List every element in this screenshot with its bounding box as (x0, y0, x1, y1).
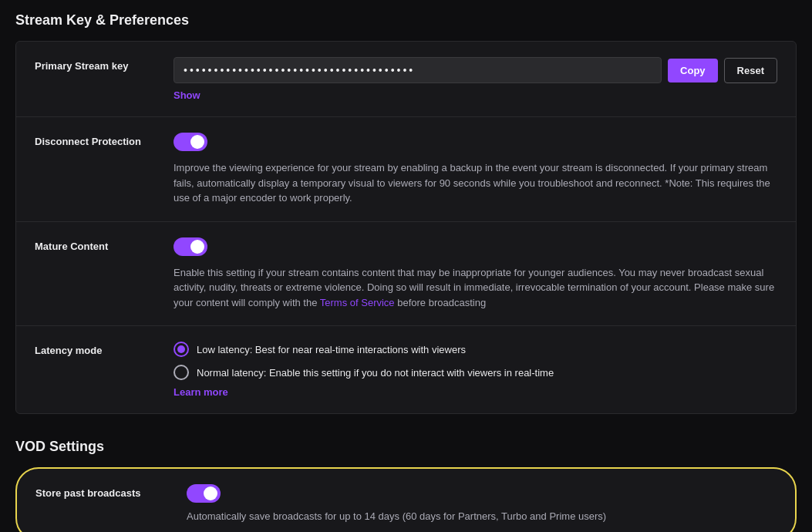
stream-key-row: Primary Stream key Copy Reset Show (16, 42, 796, 117)
terms-of-service-link[interactable]: Terms of Service (320, 297, 395, 308)
toggle-thumb (190, 135, 204, 149)
disconnect-protection-content: Improve the viewing experience for your … (174, 133, 777, 206)
latency-mode-content: Low latency: Best for near real-time int… (174, 342, 777, 398)
stream-key-input-row: Copy Reset (174, 57, 777, 83)
stream-key-input[interactable] (174, 57, 662, 83)
show-link[interactable]: Show (174, 89, 200, 101)
store-past-broadcasts-toggle-row (187, 484, 777, 503)
low-latency-option[interactable]: Low latency: Best for near real-time int… (174, 342, 777, 357)
stream-key-preferences-card: Primary Stream key Copy Reset Show Disco… (15, 41, 797, 414)
mature-content-toggle[interactable] (174, 237, 207, 256)
latency-mode-row: Latency mode Low latency: Best for near … (16, 326, 796, 413)
mature-content-row: Mature Content Enable this setting if yo… (16, 222, 796, 327)
low-latency-radio[interactable] (174, 342, 189, 357)
mature-content-label: Mature Content (35, 237, 174, 252)
mature-content-description: Enable this setting if your stream conta… (174, 265, 777, 311)
reset-button[interactable]: Reset (724, 58, 777, 83)
page-title: Stream Key & Preferences (15, 12, 797, 29)
latency-radio-group: Low latency: Best for near real-time int… (174, 342, 777, 380)
mature-content-description-after: before broadcasting (395, 297, 487, 308)
normal-latency-radio[interactable] (174, 365, 189, 380)
mature-content-content: Enable this setting if your stream conta… (174, 237, 777, 311)
disconnect-protection-description: Improve the viewing experience for your … (174, 160, 777, 206)
latency-mode-label: Latency mode (35, 342, 174, 356)
store-past-broadcasts-label: Store past broadcasts (35, 484, 174, 499)
disconnect-protection-row: Disconnect Protection Improve the viewin… (16, 117, 796, 222)
disconnect-protection-label: Disconnect Protection (35, 133, 174, 147)
vod-settings-title: VOD Settings (15, 439, 797, 455)
store-past-broadcasts-row: Store past broadcasts Automatically save… (35, 484, 777, 524)
disconnect-protection-toggle[interactable] (174, 133, 207, 151)
vod-settings-card: Store past broadcasts Automatically save… (15, 467, 797, 532)
store-past-broadcasts-content: Automatically save broadcasts for up to … (187, 484, 777, 524)
normal-latency-option[interactable]: Normal latency: Enable this setting if y… (174, 365, 777, 380)
stream-key-label: Primary Stream key (35, 57, 174, 72)
store-past-broadcasts-description: Automatically save broadcasts for up to … (187, 509, 777, 524)
low-latency-label: Low latency: Best for near real-time int… (197, 344, 466, 355)
latency-learn-more-link[interactable]: Learn more (174, 386, 228, 398)
toggle-thumb-vod (204, 487, 217, 500)
vod-settings-section: VOD Settings Store past broadcasts Autom… (15, 439, 797, 532)
copy-button[interactable]: Copy (668, 59, 718, 82)
store-past-broadcasts-toggle[interactable] (187, 484, 221, 503)
stream-key-content: Copy Reset Show (174, 57, 777, 101)
toggle-thumb-mature (190, 240, 204, 254)
normal-latency-label: Normal latency: Enable this setting if y… (197, 367, 554, 379)
